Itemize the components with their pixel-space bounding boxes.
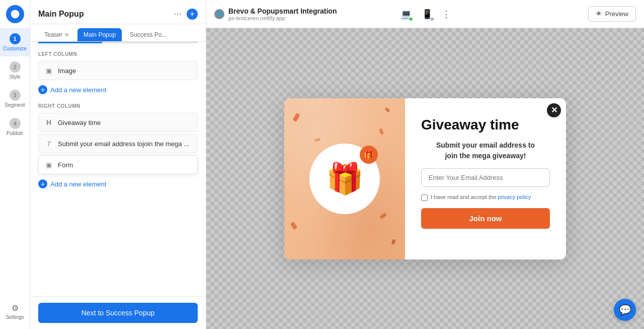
- text-element-row[interactable]: T Submit your email address tojoin the m…: [38, 134, 198, 153]
- app-logo: [6, 5, 24, 23]
- sidebar-item-style[interactable]: 2 Style: [0, 56, 30, 85]
- sidebar-item-publish[interactable]: 4 Publish: [0, 113, 30, 141]
- image-element-label: Image: [58, 67, 192, 75]
- checkbox-label: I have read and accept the privacy polic…: [431, 194, 531, 200]
- tab-teaser[interactable]: Teaser 👁: [38, 28, 75, 41]
- sidebar-item-label-customize: Customize: [3, 46, 27, 51]
- join-now-button[interactable]: Join now: [421, 208, 550, 229]
- popup-title: Giveaway time: [421, 116, 550, 134]
- site-details: Brevo & Popupsmart Integration ps-testce…: [228, 7, 337, 21]
- left-column-label: LEFT COLUMN: [38, 51, 198, 57]
- popup-close-button[interactable]: ✕: [547, 103, 561, 117]
- site-name: Brevo & Popupsmart Integration: [228, 7, 337, 15]
- panel-header-icons: ⋯ +: [173, 8, 198, 20]
- add-section-button[interactable]: +: [187, 9, 198, 20]
- sidebar-item-segment[interactable]: 3 Segment: [0, 85, 30, 113]
- panel-footer: Next to Success Popup: [30, 296, 206, 329]
- topbar-more-button[interactable]: ⋮: [441, 8, 452, 21]
- tab-success-popup[interactable]: Success Po...: [124, 28, 173, 41]
- add-left-element-label: Add a new element: [50, 86, 106, 94]
- gift-emoji: 🎁: [326, 161, 364, 196]
- next-to-success-button[interactable]: Next to Success Popup: [38, 303, 198, 323]
- text-icon: T: [44, 139, 54, 149]
- panel-title: Main Popup: [38, 10, 84, 19]
- add-circle-icon: +: [38, 85, 47, 94]
- form-icon: ▣: [44, 160, 54, 170]
- sidebar-item-settings[interactable]: ⚙ Settings: [0, 298, 30, 325]
- svg-point-0: [11, 10, 19, 19]
- editor-panel: Main Popup ⋯ + Teaser 👁 Main Popup Succe…: [30, 0, 206, 329]
- sidebar-item-label-publish: Publish: [7, 130, 23, 136]
- close-icon: ✕: [551, 105, 557, 115]
- site-url: ps-testceren.netlify.app: [228, 15, 337, 21]
- canvas-area: 🎁 🎁 Giveaway time Submit your email addr…: [206, 28, 644, 329]
- privacy-policy-link[interactable]: privacy policy: [498, 194, 531, 200]
- chat-icon: 💬: [619, 304, 631, 316]
- sidebar-item-customize[interactable]: 1 Customize: [0, 28, 30, 56]
- desktop-active-dot: [410, 18, 413, 21]
- popup-subtitle: Submit your email address to join the me…: [421, 140, 550, 161]
- tab-main-popup[interactable]: Main Popup: [77, 28, 122, 41]
- step-number-style: 2: [10, 61, 21, 73]
- mobile-active-dot: [431, 18, 434, 21]
- popup-left-column: 🎁 🎁: [284, 98, 405, 259]
- site-info: 🌐 Brevo & Popupsmart Integration ps-test…: [214, 7, 398, 21]
- privacy-checkbox-row: I have read and accept the privacy polic…: [421, 194, 550, 201]
- panel-header: Main Popup ⋯ +: [30, 0, 206, 24]
- add-right-element-label: Add a new element: [50, 180, 106, 188]
- image-icon: ▣: [44, 65, 54, 76]
- popup-modal: 🎁 🎁 Giveaway time Submit your email addr…: [284, 98, 566, 259]
- panel-content: LEFT COLUMN ▣ Image + Add a new element …: [30, 43, 206, 296]
- add-left-element-button[interactable]: + Add a new element: [38, 82, 198, 97]
- sidebar-item-label-style: Style: [9, 74, 20, 80]
- add-circle-icon-right: +: [38, 179, 47, 188]
- preview-button[interactable]: 👁 Preview: [588, 6, 636, 22]
- add-right-element-button[interactable]: + Add a new element: [38, 176, 198, 191]
- gear-icon: ⚙: [12, 303, 19, 313]
- more-options-button[interactable]: ⋯: [173, 8, 183, 20]
- mobile-device-button[interactable]: 📱: [420, 7, 435, 22]
- email-input[interactable]: [421, 168, 550, 187]
- gift-badge-icon: 🎁: [364, 150, 374, 159]
- gift-badge: 🎁: [360, 146, 378, 164]
- heading-icon: H: [44, 117, 54, 127]
- gift-circle: 🎁 🎁: [309, 144, 380, 214]
- popup-right-column: Giveaway time Submit your email address …: [405, 98, 566, 259]
- step-tabs: Teaser 👁 Main Popup Success Po...: [30, 24, 206, 42]
- topbar-right-actions: 👁 Preview: [452, 6, 636, 22]
- sidebar: 1 Customize 2 Style 3 Segment 4 Publish …: [0, 0, 30, 329]
- image-element-row[interactable]: ▣ Image: [38, 61, 198, 80]
- sidebar-item-label-settings: Settings: [6, 314, 24, 320]
- popup-subtitle-line1: Submit your email address to: [436, 141, 535, 149]
- site-favicon: 🌐: [214, 9, 224, 19]
- desktop-device-button[interactable]: 💻: [398, 7, 414, 22]
- text-element-label: Submit your email address tojoin the meg…: [58, 140, 192, 148]
- topbar: 🌐 Brevo & Popupsmart Integration ps-test…: [206, 0, 644, 28]
- main-area: 🌐 Brevo & Popupsmart Integration ps-test…: [206, 0, 644, 329]
- preview-label: Preview: [605, 10, 628, 18]
- form-element-row[interactable]: ▣ Form: [38, 155, 198, 174]
- step-number-customize: 1: [10, 33, 21, 44]
- eye-preview-icon: 👁: [596, 10, 602, 18]
- privacy-checkbox[interactable]: [421, 194, 428, 201]
- heading-element-label: Giveaway time: [58, 119, 192, 126]
- step-number-publish: 4: [10, 118, 21, 129]
- device-toggle: 💻 📱 ⋮: [398, 7, 452, 22]
- sidebar-item-label-segment: Segment: [5, 102, 25, 108]
- step-number-segment: 3: [10, 90, 21, 101]
- chat-support-button[interactable]: 💬: [614, 299, 636, 321]
- heading-element-row[interactable]: H Giveaway time: [38, 113, 198, 132]
- form-element-label: Form: [58, 161, 192, 169]
- eye-icon: 👁: [64, 32, 69, 38]
- right-column-label: RIGHT COLUMN: [38, 103, 198, 109]
- popup-subtitle-line2: join the mega giveaway!: [445, 152, 526, 160]
